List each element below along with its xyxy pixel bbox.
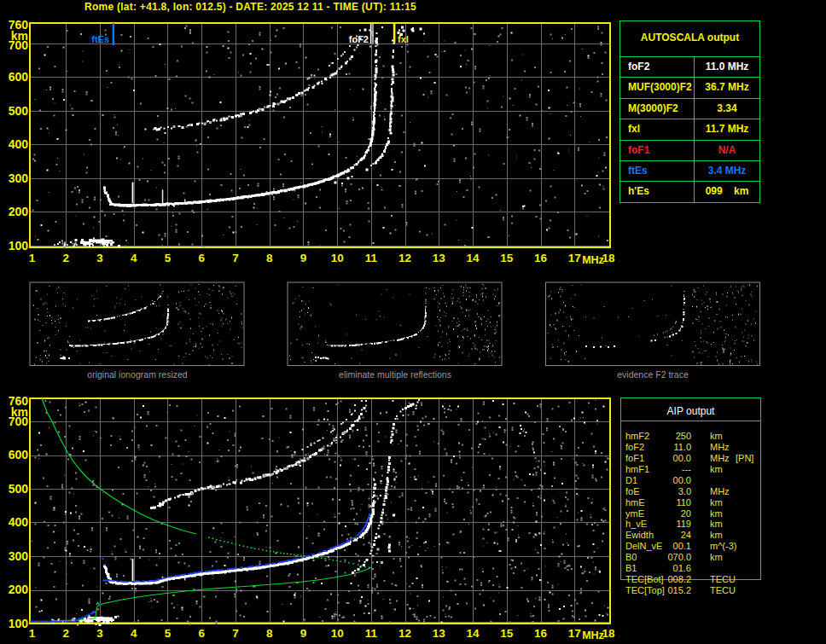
- svg-text:4: 4: [131, 627, 137, 640]
- svg-text:17: 17: [568, 252, 581, 264]
- svg-text:12: 12: [398, 252, 411, 264]
- svg-text:9: 9: [300, 252, 307, 264]
- svg-text:MHz: MHz: [582, 254, 604, 266]
- svg-text:9: 9: [300, 627, 307, 640]
- svg-text:7: 7: [232, 627, 239, 640]
- svg-text:8: 8: [266, 627, 273, 640]
- svg-text:500: 500: [9, 104, 29, 118]
- svg-text:14: 14: [467, 627, 480, 640]
- svg-text:1: 1: [29, 627, 36, 640]
- svg-text:200: 200: [9, 583, 29, 596]
- svg-text:400: 400: [9, 515, 29, 529]
- svg-text:original ionogram resized: original ionogram resized: [87, 369, 187, 380]
- svg-text:10: 10: [331, 252, 344, 264]
- svg-text:100: 100: [9, 617, 29, 630]
- svg-text:16: 16: [534, 252, 548, 264]
- svg-text:15: 15: [500, 627, 514, 640]
- svg-text:6: 6: [198, 252, 205, 264]
- svg-text:10: 10: [331, 627, 344, 640]
- svg-text:200: 200: [9, 205, 29, 218]
- svg-text:300: 300: [9, 171, 29, 185]
- svg-text:2: 2: [62, 627, 69, 640]
- svg-text:400: 400: [9, 137, 29, 151]
- svg-text:3: 3: [96, 252, 103, 264]
- svg-text:1: 1: [29, 252, 36, 264]
- svg-text:foF2: foF2: [349, 34, 369, 44]
- svg-text:4: 4: [131, 252, 137, 264]
- svg-text:11: 11: [365, 627, 378, 640]
- svg-text:2: 2: [62, 252, 69, 264]
- svg-text:5: 5: [165, 252, 172, 264]
- svg-text:18: 18: [602, 627, 616, 640]
- svg-text:14: 14: [467, 252, 480, 264]
- svg-text:500: 500: [9, 482, 29, 496]
- svg-text:12: 12: [398, 627, 411, 640]
- svg-text:13: 13: [433, 252, 446, 264]
- svg-text:5: 5: [165, 627, 172, 640]
- svg-text:8: 8: [266, 252, 273, 264]
- svg-text:3: 3: [96, 627, 103, 640]
- svg-text:evidence F2 trace: evidence F2 trace: [617, 369, 689, 380]
- svg-text:700: 700: [9, 415, 29, 428]
- svg-text:700: 700: [9, 38, 29, 52]
- svg-text:6: 6: [198, 627, 205, 640]
- svg-text:17: 17: [568, 627, 581, 640]
- svg-text:eliminate multiple reflections: eliminate multiple reflections: [339, 369, 451, 380]
- svg-text:ftEs: ftEs: [91, 34, 109, 44]
- svg-text:600: 600: [9, 448, 29, 461]
- svg-text:18: 18: [602, 252, 616, 264]
- svg-text:11: 11: [365, 252, 378, 264]
- svg-text:600: 600: [9, 70, 29, 84]
- svg-text:15: 15: [500, 252, 514, 264]
- svg-text:16: 16: [534, 627, 548, 640]
- svg-text:300: 300: [9, 549, 29, 563]
- svg-text:MHz: MHz: [582, 629, 604, 641]
- svg-text:fxl: fxl: [398, 34, 409, 44]
- svg-text:100: 100: [9, 239, 29, 252]
- svg-text:7: 7: [232, 252, 239, 264]
- svg-text:13: 13: [433, 627, 446, 640]
